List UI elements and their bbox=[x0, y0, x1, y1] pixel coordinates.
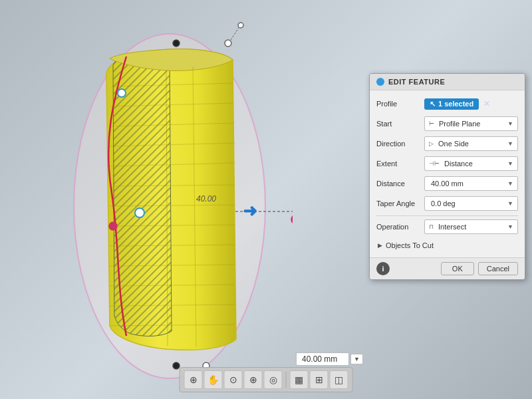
distance-value: 40.00 mm bbox=[431, 180, 507, 188]
svg-point-20 bbox=[291, 215, 293, 224]
profile-cursor-icon: ↖ bbox=[430, 100, 436, 108]
panel-divider-1 bbox=[376, 215, 518, 216]
distance-label: Distance bbox=[376, 180, 424, 188]
panel-header-dot bbox=[376, 78, 384, 86]
profile-control: ↖ 1 selected ✕ bbox=[424, 98, 518, 110]
profile-value: 1 selected bbox=[438, 100, 473, 108]
measure-input[interactable] bbox=[296, 352, 349, 366]
svg-point-24 bbox=[238, 23, 243, 28]
extent-control: ⊣⊢ Distance ▼ bbox=[424, 156, 518, 171]
footer-buttons: OK Cancel bbox=[441, 262, 518, 275]
taper-label: Taper Angle bbox=[376, 200, 424, 207]
cancel-button[interactable]: Cancel bbox=[478, 262, 518, 275]
distance-3d-label: 40.00 bbox=[196, 194, 216, 203]
expand-arrow-icon: ▶ bbox=[378, 242, 382, 249]
direction-icon: ▷ bbox=[429, 140, 434, 147]
taper-row: Taper Angle 0.0 deg ▼ bbox=[376, 196, 518, 211]
objects-to-cut-row[interactable]: ▶ Objects To Cut bbox=[376, 239, 518, 252]
svg-point-21 bbox=[173, 362, 180, 369]
viewport: ➜ 40.00 ⊕ ✋ ⊙ ⊕ ◎ ▦ ⊞ ◫ ↖ ▼ EDIT FEATURE… bbox=[0, 0, 532, 399]
distance-dropdown[interactable]: 40.00 mm ▼ bbox=[424, 176, 518, 191]
direction-label: Direction bbox=[376, 140, 424, 148]
edit-feature-panel: EDIT FEATURE Profile ↖ 1 selected ✕ Star… bbox=[369, 73, 525, 280]
direction-row: Direction ▷ One Side ▼ bbox=[376, 136, 518, 152]
objects-to-cut-label: Objects To Cut bbox=[386, 241, 434, 249]
svg-point-22 bbox=[225, 40, 231, 47]
start-dropdown-arrow: ▼ bbox=[507, 120, 513, 127]
extent-value: Distance bbox=[444, 160, 507, 168]
extent-dropdown[interactable]: ⊣⊢ Distance ▼ bbox=[424, 156, 518, 171]
toolbar-zoom-btn[interactable]: ⊙ bbox=[224, 370, 243, 389]
operation-value: Intersect bbox=[438, 223, 507, 231]
3d-body-svg bbox=[66, 20, 293, 379]
taper-dropdown[interactable]: 0.0 deg ▼ bbox=[424, 196, 518, 211]
info-button[interactable]: i bbox=[376, 262, 390, 275]
start-control: ⊢ Profile Plane ▼ bbox=[424, 116, 518, 131]
profile-label: Profile bbox=[376, 100, 424, 108]
operation-label: Operation bbox=[376, 223, 424, 231]
start-row: Start ⊢ Profile Plane ▼ bbox=[376, 116, 518, 132]
operation-control: ⊓ Intersect ▼ bbox=[424, 219, 518, 234]
svg-point-17 bbox=[118, 89, 126, 97]
toolbar-view-btn[interactable]: ◎ bbox=[264, 370, 283, 389]
measure-dropdown-arrow[interactable]: ▼ bbox=[350, 354, 363, 364]
panel-body: Profile ↖ 1 selected ✕ Start ⊢ Profile P… bbox=[370, 90, 525, 257]
panel-title: EDIT FEATURE bbox=[388, 78, 445, 86]
direction-dropdown-arrow: ▼ bbox=[507, 140, 513, 147]
3d-shape-container: ➜ 40.00 bbox=[66, 20, 293, 379]
start-value: Profile Plane bbox=[439, 120, 507, 128]
toolbar-grid-btn[interactable]: ▦ bbox=[290, 370, 309, 389]
extent-icon: ⊣⊢ bbox=[429, 160, 440, 167]
svg-point-18 bbox=[135, 208, 144, 217]
extent-row: Extent ⊣⊢ Distance ▼ bbox=[376, 156, 518, 172]
direction-value: One Side bbox=[438, 140, 507, 148]
operation-row: Operation ⊓ Intersect ▼ bbox=[376, 219, 518, 235]
direction-dropdown[interactable]: ▷ One Side ▼ bbox=[424, 136, 518, 151]
taper-dropdown-arrow: ▼ bbox=[507, 200, 513, 207]
distance-dropdown-arrow: ▼ bbox=[507, 180, 513, 187]
profile-selected-badge[interactable]: ↖ 1 selected bbox=[424, 98, 479, 110]
extent-dropdown-arrow: ▼ bbox=[507, 160, 513, 167]
toolbar-layout-btn[interactable]: ◫ bbox=[330, 370, 348, 389]
start-label: Start bbox=[376, 120, 424, 128]
panel-header: EDIT FEATURE bbox=[370, 74, 525, 90]
svg-point-16 bbox=[173, 40, 180, 47]
profile-row: Profile ↖ 1 selected ✕ bbox=[376, 96, 518, 112]
operation-dropdown[interactable]: ⊓ Intersect ▼ bbox=[424, 219, 518, 234]
profile-clear-btn[interactable]: ✕ bbox=[483, 99, 490, 108]
distance-control: 40.00 mm ▼ bbox=[424, 176, 518, 191]
distance-arrow: ➜ bbox=[243, 201, 257, 221]
toolbar-pan-btn[interactable]: ✋ bbox=[204, 370, 223, 389]
measure-bar: ↖ ▼ bbox=[296, 352, 363, 366]
bottom-toolbar: ⊕ ✋ ⊙ ⊕ ◎ ▦ ⊞ ◫ bbox=[180, 367, 353, 392]
toolbar-select-btn[interactable]: ⊕ bbox=[184, 370, 203, 389]
svg-point-19 bbox=[109, 222, 117, 230]
direction-control: ▷ One Side ▼ bbox=[424, 136, 518, 151]
svg-line-23 bbox=[231, 27, 239, 40]
panel-footer: i OK Cancel bbox=[370, 257, 525, 279]
toolbar-fit-btn[interactable]: ⊕ bbox=[244, 370, 263, 389]
start-dropdown[interactable]: ⊢ Profile Plane ▼ bbox=[424, 116, 518, 131]
extent-label: Extent bbox=[376, 160, 424, 168]
operation-dropdown-arrow: ▼ bbox=[507, 223, 513, 230]
start-icon: ⊢ bbox=[429, 120, 434, 127]
toolbar-section-btn[interactable]: ⊞ bbox=[310, 370, 329, 389]
taper-value: 0.0 deg bbox=[431, 200, 507, 207]
ok-button[interactable]: OK bbox=[441, 262, 474, 275]
distance-row: Distance 40.00 mm ▼ bbox=[376, 176, 518, 192]
operation-icon: ⊓ bbox=[429, 223, 434, 230]
taper-control: 0.0 deg ▼ bbox=[424, 196, 518, 211]
